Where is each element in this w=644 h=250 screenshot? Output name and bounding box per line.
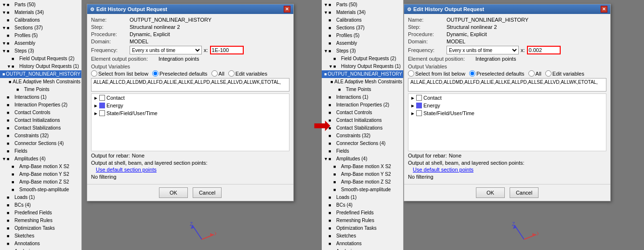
tree-item[interactable]: ▼■Analysis bbox=[322, 248, 403, 250]
tree-item[interactable]: ■Time Points bbox=[0, 86, 81, 93]
tree-item[interactable]: ■Optimization Tasks bbox=[0, 224, 81, 232]
radio-preselected[interactable]: Preselected defaults bbox=[469, 70, 525, 77]
energy-node[interactable]: ► Energy bbox=[92, 102, 289, 109]
tree-item[interactable]: ■Fields bbox=[0, 147, 81, 155]
checkbox-icon[interactable] bbox=[416, 110, 422, 116]
close-button[interactable]: ✕ bbox=[284, 6, 290, 13]
tree-item[interactable]: ■Predefined Fields bbox=[322, 209, 403, 217]
tree-item[interactable]: ■Interactions (1) bbox=[322, 93, 403, 101]
tree-toggle[interactable]: ▼ bbox=[324, 48, 329, 54]
tree-item[interactable]: ■Interactions (1) bbox=[0, 93, 81, 101]
radio-input[interactable] bbox=[228, 70, 235, 77]
tree-item[interactable]: ■OUTPUT_NONLINEAR_HISTORY bbox=[0, 70, 81, 78]
tree-item[interactable]: ■Optimization Tasks bbox=[322, 224, 403, 232]
tree-item[interactable]: ■Contact Controls bbox=[0, 109, 81, 117]
radio-edit-variables[interactable]: Edit variables bbox=[228, 70, 267, 77]
state-field-node[interactable]: ► State/Field/User/Time bbox=[408, 109, 606, 117]
tree-toggle[interactable]: ▼ bbox=[2, 25, 7, 31]
ok-button[interactable]: OK bbox=[476, 187, 505, 198]
radio-input[interactable] bbox=[408, 70, 414, 77]
radio-input[interactable] bbox=[469, 70, 475, 77]
tree-item[interactable]: ■Remeshing Rules bbox=[0, 217, 81, 224]
tree-item[interactable]: ■Annotations bbox=[0, 240, 81, 248]
tree-item[interactable]: ■Contact Initializations bbox=[0, 117, 81, 124]
tree-node-toggle[interactable]: ► bbox=[93, 111, 99, 116]
tree-item[interactable]: ■Amp-Base motion Y S2 bbox=[322, 171, 403, 178]
tree-item[interactable]: ■Loads (1) bbox=[322, 194, 403, 201]
tree-item[interactable]: ■Assembly bbox=[322, 39, 403, 47]
section-points-link[interactable]: Use default section points bbox=[413, 167, 473, 172]
tree-item[interactable]: ■Fields bbox=[322, 147, 403, 155]
tree-toggle[interactable]: ▼ bbox=[2, 48, 7, 54]
tree-toggle[interactable]: ▼ bbox=[2, 156, 7, 162]
frequency-input[interactable] bbox=[527, 46, 561, 54]
radio-input[interactable] bbox=[211, 70, 218, 77]
tree-toggle[interactable]: ▼ bbox=[324, 9, 329, 16]
tree-item[interactable]: ■Connector Sections (4) bbox=[0, 140, 81, 147]
state-field-node[interactable]: ► State/Field/User/Time bbox=[92, 109, 289, 117]
frequency-select[interactable]: Every x units of time bbox=[447, 46, 519, 54]
tree-node-toggle[interactable]: ► bbox=[410, 111, 416, 116]
tree-item[interactable]: ▼■Materials (34) bbox=[0, 9, 81, 16]
tree-item[interactable]: ■OUTPUT_NONLINEAR_HISTORY bbox=[322, 70, 403, 78]
tree-item[interactable]: ▼■Steps (3) bbox=[322, 47, 403, 55]
tree-item[interactable]: ■Predefined Fields bbox=[0, 209, 81, 217]
tree-item[interactable]: ▼■Materials (34) bbox=[322, 9, 403, 16]
tree-toggle[interactable]: ▼ bbox=[329, 63, 333, 70]
checkbox-icon[interactable] bbox=[99, 110, 105, 116]
cancel-button[interactable]: Cancel bbox=[510, 187, 539, 198]
tree-item[interactable]: ■Amp-Base motion Z S2 bbox=[0, 178, 81, 186]
tree-item[interactable]: ▼■Parts (50) bbox=[322, 1, 403, 9]
tree-item[interactable]: ■Field Output Requests (2) bbox=[322, 55, 403, 63]
checkbox-icon[interactable] bbox=[416, 95, 422, 101]
close-button[interactable]: ✕ bbox=[601, 6, 607, 13]
tree-item[interactable]: ■Time Points bbox=[322, 86, 403, 93]
tree-toggle[interactable]: ▼ bbox=[2, 9, 7, 16]
tree-item[interactable]: ▼■Parts (50) bbox=[0, 1, 81, 9]
radio-all[interactable]: All bbox=[211, 70, 224, 77]
radio-select-from-list[interactable]: Select from list below bbox=[408, 70, 465, 77]
radio-select-from-list[interactable]: Select from list below bbox=[91, 70, 148, 77]
tree-item[interactable]: ■Sketches bbox=[322, 232, 403, 240]
tree-node-toggle[interactable]: ► bbox=[93, 103, 99, 108]
tree-item[interactable]: ■ALE Adaptive Mesh Constraints bbox=[322, 78, 403, 86]
tree-item[interactable]: ■Smooth-step-amplitude bbox=[322, 186, 403, 194]
tree-item[interactable]: ■Contact Stabilizations bbox=[0, 124, 81, 132]
tree-item[interactable]: ■Amp-Base motion Y S2 bbox=[0, 171, 81, 178]
radio-edit-variables[interactable]: Edit variables bbox=[545, 70, 584, 77]
tree-toggle[interactable]: ▼ bbox=[2, 40, 7, 47]
checkbox-icon[interactable] bbox=[99, 95, 105, 101]
tree-item[interactable]: ▼■Amplitudes (4) bbox=[322, 155, 403, 163]
tree-item[interactable]: ▼■History Output Requests (1) bbox=[322, 63, 403, 70]
tree-item[interactable]: ▼■Steps (3) bbox=[0, 47, 81, 55]
frequency-select[interactable]: Every x units of time bbox=[130, 46, 202, 54]
tree-toggle[interactable]: ▼ bbox=[7, 63, 12, 70]
contact-node[interactable]: ► Contact bbox=[408, 94, 606, 102]
ok-button[interactable]: OK bbox=[159, 187, 188, 198]
tree-item[interactable]: ■BCs (4) bbox=[322, 201, 403, 209]
tree-toggle[interactable]: ▼ bbox=[324, 156, 329, 162]
tree-item[interactable]: ■Amp-Base motion Z S2 bbox=[322, 178, 403, 186]
radio-input[interactable] bbox=[152, 70, 158, 77]
tree-item[interactable]: ■ALE Adaptive Mesh Constraints bbox=[0, 78, 81, 86]
tree-toggle[interactable]: ▼ bbox=[324, 248, 329, 250]
radio-input[interactable] bbox=[545, 70, 552, 77]
tree-item[interactable]: ■Sketches bbox=[0, 232, 81, 240]
tree-item[interactable]: ■Profiles (5) bbox=[322, 32, 403, 39]
frequency-input[interactable] bbox=[210, 46, 244, 54]
tree-item[interactable]: ■BCs (4) bbox=[0, 201, 81, 209]
radio-all[interactable]: All bbox=[528, 70, 541, 77]
radio-input[interactable] bbox=[91, 70, 97, 77]
tree-toggle[interactable]: ▼ bbox=[324, 1, 329, 8]
tree-item[interactable]: ■Constraints (32) bbox=[0, 132, 81, 140]
tree-item[interactable]: ■Field Output Requests (2) bbox=[0, 55, 81, 63]
tree-node-toggle[interactable]: ► bbox=[410, 103, 416, 108]
tree-item[interactable]: ■Calibrations bbox=[0, 16, 81, 24]
radio-input[interactable] bbox=[528, 70, 535, 77]
energy-node[interactable]: ► Energy bbox=[408, 102, 606, 109]
tree-item[interactable]: ■Annotations bbox=[322, 240, 403, 248]
tree-item[interactable]: ▼■History Output Requests (1) bbox=[0, 63, 81, 70]
section-points-link[interactable]: Use default section points bbox=[96, 167, 157, 172]
tree-item[interactable]: ■Profiles (5) bbox=[0, 32, 81, 39]
tree-item[interactable]: ■Interaction Properties (2) bbox=[0, 101, 81, 109]
